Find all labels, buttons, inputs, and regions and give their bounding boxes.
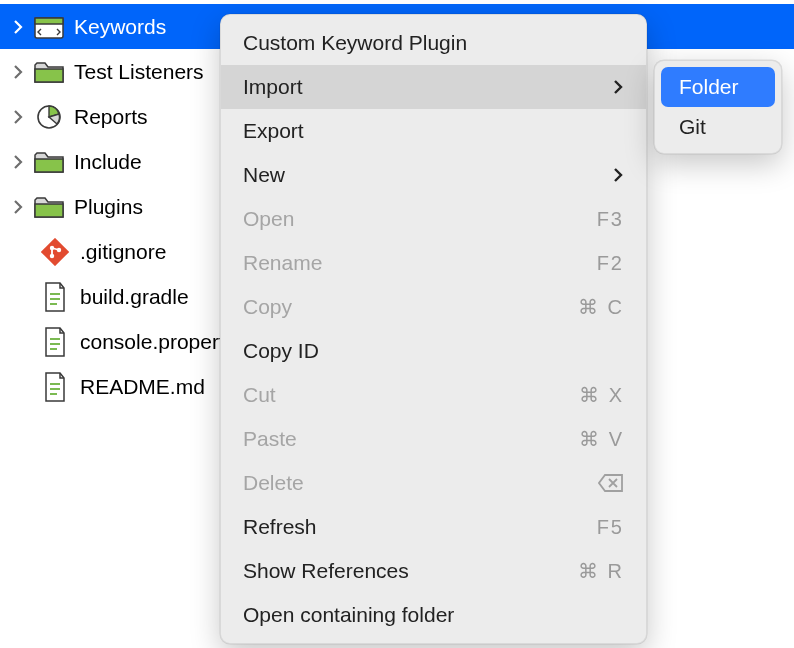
menu-item-label: Copy ID bbox=[243, 339, 624, 363]
menu-item-label: Export bbox=[243, 119, 624, 143]
import-submenu: Folder Git bbox=[654, 60, 782, 154]
menu-cut[interactable]: Cut ⌘ X bbox=[221, 373, 646, 417]
reports-icon bbox=[34, 102, 64, 132]
chevron-right-icon bbox=[8, 110, 28, 124]
svg-rect-5 bbox=[35, 204, 63, 217]
menu-refresh[interactable]: Refresh F5 bbox=[221, 505, 646, 549]
git-icon bbox=[40, 237, 70, 267]
menu-item-label: Rename bbox=[243, 251, 597, 275]
chevron-right-icon bbox=[8, 200, 28, 214]
menu-item-label: Show References bbox=[243, 559, 578, 583]
chevron-right-icon bbox=[8, 65, 28, 79]
menu-rename[interactable]: Rename F2 bbox=[221, 241, 646, 285]
menu-item-label: Cut bbox=[243, 383, 579, 407]
menu-open-containing-folder[interactable]: Open containing folder bbox=[221, 593, 646, 637]
menu-item-label: Delete bbox=[243, 471, 598, 495]
menu-item-label: Custom Keyword Plugin bbox=[243, 31, 624, 55]
tree-item-label: build.gradle bbox=[80, 285, 189, 309]
tree-item-label: Reports bbox=[74, 105, 148, 129]
menu-new[interactable]: New bbox=[221, 153, 646, 197]
folder-icon bbox=[34, 192, 64, 222]
delete-key-icon bbox=[598, 474, 624, 492]
tree-item-label: Test Listeners bbox=[74, 60, 204, 84]
menu-shortcut: ⌘ R bbox=[578, 559, 624, 583]
tree-item-label: README.md bbox=[80, 375, 205, 399]
svg-rect-6 bbox=[41, 238, 69, 266]
menu-item-label: New bbox=[243, 163, 613, 187]
menu-shortcut: F2 bbox=[597, 252, 624, 275]
menu-item-label: Folder bbox=[679, 75, 757, 99]
chevron-right-icon bbox=[8, 155, 28, 169]
menu-show-references[interactable]: Show References ⌘ R bbox=[221, 549, 646, 593]
menu-item-label: Open bbox=[243, 207, 597, 231]
svg-rect-2 bbox=[35, 69, 63, 82]
submenu-git[interactable]: Git bbox=[661, 107, 775, 147]
menu-custom-keyword-plugin[interactable]: Custom Keyword Plugin bbox=[221, 21, 646, 65]
menu-import[interactable]: Import bbox=[221, 65, 646, 109]
tree-item-label: Keywords bbox=[74, 15, 166, 39]
menu-shortcut: ⌘ C bbox=[578, 295, 624, 319]
tree-item-label: Include bbox=[74, 150, 142, 174]
folder-icon bbox=[34, 57, 64, 87]
menu-open[interactable]: Open F3 bbox=[221, 197, 646, 241]
menu-copy-id[interactable]: Copy ID bbox=[221, 329, 646, 373]
menu-shortcut: ⌘ V bbox=[579, 427, 624, 451]
file-icon bbox=[40, 327, 70, 357]
context-menu: Custom Keyword Plugin Import Export New … bbox=[220, 14, 647, 644]
menu-item-label: Open containing folder bbox=[243, 603, 624, 627]
keywords-icon bbox=[34, 12, 64, 42]
tree-item-label: .gitignore bbox=[80, 240, 166, 264]
menu-export[interactable]: Export bbox=[221, 109, 646, 153]
menu-item-label: Import bbox=[243, 75, 613, 99]
menu-item-label: Refresh bbox=[243, 515, 597, 539]
file-icon bbox=[40, 282, 70, 312]
menu-item-label: Paste bbox=[243, 427, 579, 451]
menu-shortcut: F3 bbox=[597, 208, 624, 231]
menu-paste[interactable]: Paste ⌘ V bbox=[221, 417, 646, 461]
menu-item-label: Copy bbox=[243, 295, 578, 319]
svg-rect-1 bbox=[35, 18, 63, 24]
menu-copy[interactable]: Copy ⌘ C bbox=[221, 285, 646, 329]
folder-icon bbox=[34, 147, 64, 177]
chevron-right-icon bbox=[613, 79, 624, 95]
menu-shortcut: ⌘ X bbox=[579, 383, 624, 407]
menu-item-label: Git bbox=[679, 115, 757, 139]
chevron-right-icon bbox=[613, 167, 624, 183]
chevron-right-icon bbox=[8, 20, 28, 34]
tree-item-label: Plugins bbox=[74, 195, 143, 219]
menu-delete[interactable]: Delete bbox=[221, 461, 646, 505]
submenu-folder[interactable]: Folder bbox=[661, 67, 775, 107]
file-icon bbox=[40, 372, 70, 402]
menu-shortcut: F5 bbox=[597, 516, 624, 539]
svg-rect-4 bbox=[35, 159, 63, 172]
